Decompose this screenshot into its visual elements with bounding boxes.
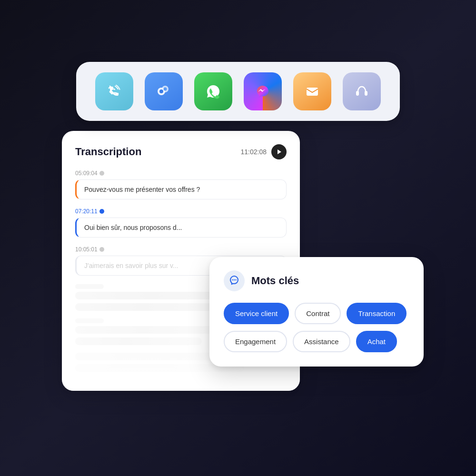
svg-point-9 xyxy=(234,279,235,280)
keywords-title: Mots clés xyxy=(251,275,299,287)
message-bubble-2: Oui bien sûr, nous proposons d... xyxy=(75,218,287,238)
svg-point-2 xyxy=(159,89,163,93)
email-app-icon[interactable] xyxy=(293,72,331,110)
blurred-row-4 xyxy=(75,337,202,345)
message-block-1: 05:09:04 Pouvez-vous me présenter vos of… xyxy=(75,170,287,199)
message-block-2: 07:20:11 Oui bien sûr, nous proposons d.… xyxy=(75,208,287,238)
dot-1 xyxy=(99,171,104,176)
keyword-achat[interactable]: Achat xyxy=(356,331,397,352)
timestamp-text-2: 07:20:11 xyxy=(75,208,98,215)
keyword-engagement[interactable]: Engagement xyxy=(224,331,287,352)
messenger-app-icon[interactable] xyxy=(244,72,282,110)
transcription-controls: 11:02:08 xyxy=(241,144,287,159)
timestamp-2: 07:20:11 xyxy=(75,208,287,215)
keywords-grid: Service client Contrat Transaction Engag… xyxy=(224,303,409,352)
keywords-row-2: Engagement Assistance Achat xyxy=(224,331,409,352)
whatsapp-app-icon[interactable] xyxy=(194,72,232,110)
timestamp-1: 05:09:04 xyxy=(75,170,287,177)
play-button[interactable] xyxy=(271,144,287,159)
svg-point-10 xyxy=(235,279,236,280)
keywords-card: Mots clés Service client Contrat Transac… xyxy=(209,257,424,367)
svg-rect-6 xyxy=(365,91,367,96)
svg-rect-4 xyxy=(307,88,318,96)
time-display: 11:02:08 xyxy=(241,148,267,156)
dot-2 xyxy=(99,209,104,214)
svg-point-3 xyxy=(164,88,167,91)
keyword-assistance[interactable]: Assistance xyxy=(293,331,350,352)
message-bubble-1: Pouvez-vous me présenter vos offres ? xyxy=(75,179,287,199)
message-text-2: Oui bien sûr, nous proposons d... xyxy=(84,224,182,231)
keyword-transaction[interactable]: Transaction xyxy=(347,303,407,324)
headset-app-icon[interactable] xyxy=(343,72,381,110)
keywords-header: Mots clés xyxy=(224,270,409,291)
apps-card xyxy=(76,62,400,121)
svg-point-8 xyxy=(232,279,233,280)
dot-3 xyxy=(99,247,104,252)
keyword-service-client[interactable]: Service client xyxy=(224,303,289,324)
transcription-header: Transcription 11:02:08 xyxy=(75,144,287,159)
keywords-icon xyxy=(224,270,245,291)
transcription-title: Transcription xyxy=(75,146,141,158)
timestamp-3: 10:05:01 xyxy=(75,246,287,253)
svg-marker-7 xyxy=(278,149,281,154)
keyword-contrat[interactable]: Contrat xyxy=(295,303,341,324)
message-text-1: Pouvez-vous me présenter vos offres ? xyxy=(84,186,200,193)
svg-rect-5 xyxy=(356,91,359,96)
keywords-row-1: Service client Contrat Transaction xyxy=(224,303,409,324)
timestamp-text-1: 05:09:04 xyxy=(75,170,98,177)
chat-app-icon[interactable] xyxy=(145,72,183,110)
message-text-3: J'aimerais en savoir plus sur v... xyxy=(84,262,178,269)
phone-app-icon[interactable] xyxy=(95,72,133,110)
timestamp-text-3: 10:05:01 xyxy=(75,246,98,253)
